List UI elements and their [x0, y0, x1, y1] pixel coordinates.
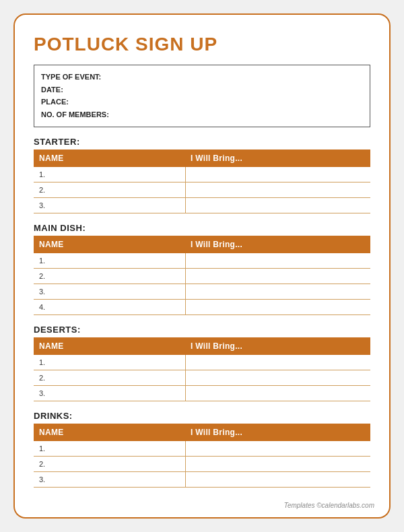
- section-title-drinks: DRINKS:: [34, 411, 370, 421]
- table-drinks: NAME I Will Bring... 1. 2. 3.: [34, 424, 370, 488]
- row-num: 3.: [34, 471, 185, 487]
- col-bring-drinks: I Will Bring...: [185, 424, 370, 441]
- row-num: 1.: [34, 253, 185, 269]
- row-bring: [185, 197, 370, 213]
- info-line-2: DATE:: [41, 84, 363, 96]
- row-bring: [185, 441, 370, 457]
- info-line-4: NO. OF MEMBERS:: [41, 108, 363, 121]
- row-num: 2.: [34, 182, 185, 197]
- info-box: TYPE OF EVENT: DATE: PLACE: NO. OF MEMBE…: [34, 65, 370, 127]
- row-num: 1.: [34, 441, 185, 457]
- row-num: 3.: [34, 197, 185, 213]
- row-num: 1.: [34, 167, 185, 182]
- row-bring: [185, 370, 370, 385]
- table-main-dish: NAME I Will Bring... 1. 2. 3. 4.: [34, 236, 370, 315]
- table-row: 4.: [34, 299, 370, 314]
- table-row: 2.: [34, 182, 370, 197]
- table-row: 2.: [34, 268, 370, 284]
- table-row: 3.: [34, 284, 370, 299]
- col-name-deserts: NAME: [34, 337, 185, 355]
- col-bring-deserts: I Will Bring...: [185, 337, 370, 355]
- info-line-3: PLACE:: [41, 96, 363, 108]
- row-bring: [185, 299, 370, 314]
- section-title-deserts: DESERTS:: [34, 325, 370, 335]
- row-bring: [185, 355, 370, 370]
- row-bring: [185, 167, 370, 182]
- row-num: 3.: [34, 385, 185, 401]
- table-row: 3.: [34, 471, 370, 487]
- table-row: 1.: [34, 167, 370, 182]
- table-deserts: NAME I Will Bring... 1. 2. 3.: [34, 337, 370, 401]
- row-bring: [185, 284, 370, 299]
- section-title-starter: STARTER:: [34, 137, 370, 147]
- table-starter: NAME I Will Bring... 1. 2. 3.: [34, 149, 370, 213]
- section-title-main-dish: MAIN DISH:: [34, 223, 370, 233]
- info-line-1: TYPE OF EVENT:: [41, 71, 363, 84]
- col-bring-starter: I Will Bring...: [185, 149, 370, 167]
- row-num: 3.: [34, 284, 185, 299]
- row-bring: [185, 253, 370, 269]
- row-num: 2.: [34, 456, 185, 471]
- row-bring: [185, 182, 370, 197]
- table-row: 2.: [34, 370, 370, 385]
- table-row: 1.: [34, 253, 370, 269]
- row-bring: [185, 456, 370, 471]
- table-row: 1.: [34, 355, 370, 370]
- page: POTLUCK SIGN UP TYPE OF EVENT: DATE: PLA…: [13, 13, 391, 519]
- page-title: POTLUCK SIGN UP: [34, 34, 370, 55]
- table-row: 3.: [34, 385, 370, 401]
- col-bring-main: I Will Bring...: [185, 236, 370, 253]
- col-name-starter: NAME: [34, 149, 185, 167]
- row-num: 2.: [34, 370, 185, 385]
- row-num: 4.: [34, 299, 185, 314]
- table-row: 2.: [34, 456, 370, 471]
- col-name-drinks: NAME: [34, 424, 185, 441]
- row-num: 1.: [34, 355, 185, 370]
- col-name-main: NAME: [34, 236, 185, 253]
- footer-text: Templates ©calendarlabs.com: [284, 502, 374, 509]
- table-row: 1.: [34, 441, 370, 457]
- row-bring: [185, 385, 370, 401]
- row-bring: [185, 471, 370, 487]
- row-num: 2.: [34, 268, 185, 284]
- table-row: 3.: [34, 197, 370, 213]
- row-bring: [185, 268, 370, 284]
